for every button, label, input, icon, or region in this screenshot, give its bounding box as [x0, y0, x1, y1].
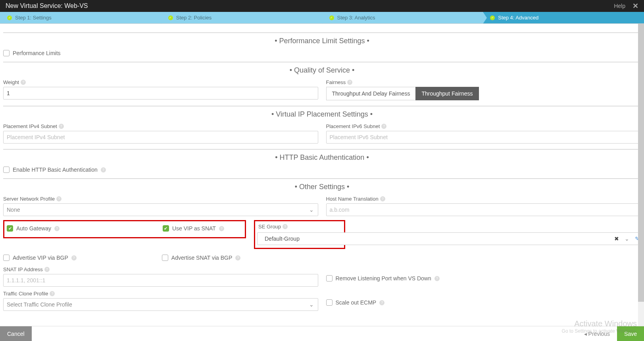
- window-title: New Virtual Service: Web-VS: [6, 2, 88, 10]
- step-label: Step 1: Settings: [15, 15, 52, 21]
- check-icon: ✓: [168, 15, 173, 20]
- check-icon: ✓: [329, 15, 334, 20]
- step-label: Step 4: Advanced: [498, 15, 538, 21]
- check-icon: ✓: [490, 15, 495, 20]
- step-1-settings[interactable]: ✓ Step 1: Settings: [0, 12, 161, 23]
- check-icon: ✓: [7, 15, 12, 20]
- help-link[interactable]: Help: [614, 3, 625, 9]
- step-4-advanced[interactable]: ✓ Step 4: Advanced: [483, 12, 644, 23]
- step-label: Step 2: Policies: [176, 15, 212, 21]
- step-3-analytics[interactable]: ✓ Step 3: Analytics: [322, 12, 483, 23]
- close-icon[interactable]: ✕: [632, 2, 638, 10]
- step-label: Step 3: Analytics: [337, 15, 375, 21]
- wizard-steps: ✓ Step 1: Settings ✓ Step 2: Policies ✓ …: [0, 12, 644, 24]
- step-2-policies[interactable]: ✓ Step 2: Policies: [161, 12, 322, 23]
- title-bar: New Virtual Service: Web-VS Help ✕: [0, 0, 644, 12]
